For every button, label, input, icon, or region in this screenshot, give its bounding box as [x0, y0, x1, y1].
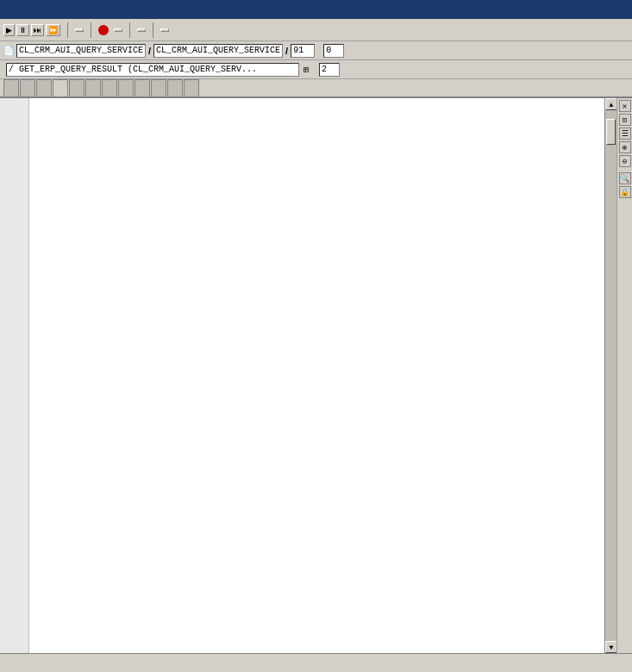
tab-script[interactable] — [184, 79, 199, 96]
tab-desktop2[interactable] — [20, 79, 35, 96]
btn-icon1[interactable]: ▶ — [3, 24, 15, 36]
tab-diff[interactable] — [167, 79, 183, 96]
watchpoint-btn[interactable] — [114, 28, 122, 32]
configure-btn[interactable] — [160, 28, 169, 32]
layout-btn[interactable] — [137, 28, 146, 32]
tab-objects[interactable] — [102, 79, 117, 96]
right-icon-3[interactable]: ☰ — [619, 128, 631, 140]
right-icon-binoculars[interactable]: 🔍 — [619, 172, 631, 184]
toolbar-sep3 — [129, 22, 130, 38]
sy-subrc-field[interactable] — [323, 44, 344, 58]
toolbar-sep4 — [153, 22, 153, 38]
tab-breakpoints[interactable] — [151, 79, 166, 96]
code-area: ▲ ▼ ✕ ⊡ ☰ ⊕ ⊖ 🔍 🔒 — [0, 98, 632, 653]
addr-slash2: / — [285, 46, 288, 56]
addr-slash1: / — [148, 46, 151, 56]
tab-bar — [0, 79, 632, 98]
right-icon-lock[interactable]: 🔒 — [619, 186, 631, 198]
tab-desktop3[interactable] — [36, 79, 52, 96]
addr-icon: 📄 — [3, 46, 14, 56]
method-field[interactable] — [6, 63, 299, 77]
sy-tabix-field[interactable] — [319, 63, 340, 77]
btn-icon3[interactable]: ⏭ — [31, 24, 44, 36]
tab-dataexplorer[interactable] — [135, 79, 150, 96]
code-content[interactable] — [29, 98, 604, 653]
status-bar — [0, 653, 632, 672]
scrollbar-vertical[interactable]: ▲ ▼ — [604, 98, 616, 653]
scroll-thumb[interactable] — [606, 119, 616, 145]
addr-field1[interactable] — [16, 44, 146, 58]
line-numbers — [0, 98, 29, 653]
method-icon: ⊞ — [303, 65, 309, 75]
btn-icon2[interactable]: ⏸ — [16, 24, 29, 36]
right-icon-bar: ✕ ⊡ ☰ ⊕ ⊖ 🔍 🔒 — [616, 98, 632, 653]
right-icon-2[interactable]: ⊡ — [619, 114, 631, 126]
right-icon-1[interactable]: ✕ — [619, 100, 631, 112]
method-row: ⊞ — [0, 60, 632, 79]
scroll-up-btn[interactable]: ▲ — [605, 98, 617, 110]
tab-standard[interactable] — [53, 79, 68, 96]
btn-icon4[interactable]: ⏩ — [46, 24, 60, 36]
scroll-track[interactable] — [605, 110, 616, 641]
toolbar-icon-group1: ▶ ⏸ ⏭ ⏩ — [3, 24, 60, 36]
stop-icon — [98, 25, 109, 35]
tab-tables[interactable] — [85, 79, 101, 96]
title-bar — [0, 0, 632, 19]
addr-line-num[interactable] — [291, 44, 315, 58]
toolbar-sep1 — [67, 22, 68, 38]
right-icon-4[interactable]: ⊕ — [619, 141, 631, 153]
addr-row: 📄 / / — [0, 41, 632, 60]
toolbar: ▶ ⏸ ⏭ ⏩ — [0, 19, 632, 41]
tab-desktop1[interactable] — [3, 79, 19, 96]
tab-structures[interactable] — [69, 79, 84, 96]
toolbar-sep2 — [91, 22, 91, 38]
right-icon-5[interactable]: ⊖ — [619, 155, 631, 167]
addr-field2[interactable] — [153, 44, 283, 58]
scroll-down-btn[interactable]: ▼ — [605, 641, 617, 653]
step-size-btn[interactable] — [75, 28, 84, 32]
tab-detaildisplay[interactable] — [118, 79, 134, 96]
